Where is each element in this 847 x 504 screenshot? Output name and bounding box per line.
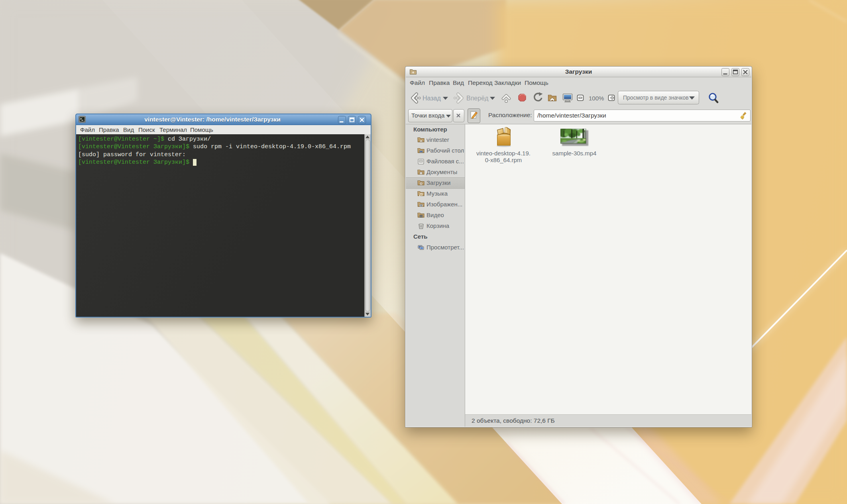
svg-text:Вперёд: Вперёд — [466, 95, 489, 102]
svg-text:Назад: Назад — [423, 95, 441, 102]
svg-text:Точки входа: Точки входа — [411, 112, 445, 119]
svg-text:Просмотр в виде значков: Просмотр в виде значков — [623, 94, 689, 101]
svg-text:100%: 100% — [589, 95, 604, 102]
